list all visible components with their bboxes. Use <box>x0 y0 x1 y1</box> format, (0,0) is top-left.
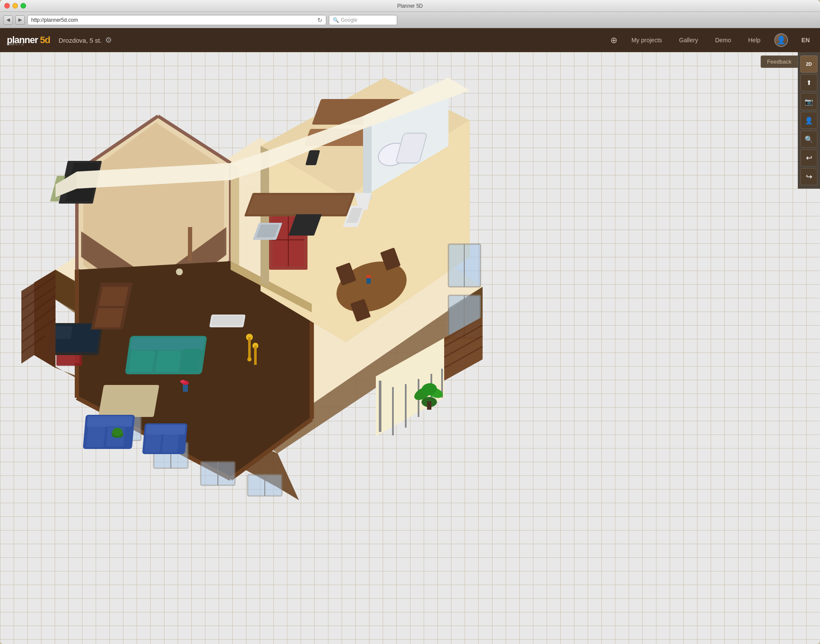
svg-rect-91 <box>144 434 161 452</box>
svg-point-94 <box>112 428 123 436</box>
forward-button[interactable]: ▶ <box>15 15 25 25</box>
gallery-link[interactable]: Gallery <box>676 35 701 45</box>
svg-rect-99 <box>366 277 371 284</box>
logo-5d: 5d <box>38 35 50 45</box>
svg-point-84 <box>180 380 185 383</box>
globe-icon[interactable]: ⊕ <box>610 35 618 45</box>
svg-rect-81 <box>98 385 159 417</box>
close-button[interactable] <box>4 3 10 9</box>
svg-rect-43 <box>427 401 431 410</box>
search-placeholder: Google <box>341 17 357 23</box>
my-projects-link[interactable]: My projects <box>628 35 665 45</box>
svg-rect-63 <box>188 227 192 261</box>
svg-rect-74 <box>155 351 182 372</box>
svg-rect-72 <box>130 337 205 350</box>
redo-icon: ↪ <box>806 172 812 181</box>
browser-window: Planner 5D ◀ ▶ http://planner5d.com ↻ 🔍 … <box>0 0 820 644</box>
svg-rect-77 <box>248 337 251 358</box>
svg-rect-69 <box>99 287 129 306</box>
floor-plan-render <box>21 73 491 500</box>
refresh-icon[interactable]: ↻ <box>317 17 322 23</box>
maximize-button[interactable] <box>20 3 26 9</box>
right-toolbar: 2D ⬆ 📷 👤 🔍 ↩ ↪ <box>798 52 820 189</box>
browser-toolbar: ◀ ▶ http://planner5d.com ↻ 🔍 Google <box>0 12 820 28</box>
browser-titlebar: Planner 5D <box>0 0 820 12</box>
app-header: planner 5d beta 0.7.2 Drozdova, 5 st. ⚙ … <box>0 28 820 52</box>
undo-button[interactable]: ↩ <box>800 149 817 166</box>
zoom-button[interactable]: 🔍 <box>800 131 817 148</box>
share-icon: ⬆ <box>806 79 812 87</box>
floor-plan-svg <box>21 73 491 500</box>
svg-rect-80 <box>254 346 257 365</box>
svg-rect-73 <box>129 351 155 372</box>
user-avatar[interactable]: 👤 <box>774 33 788 47</box>
search-icon: 🔍 <box>333 17 339 23</box>
demo-link[interactable]: Demo <box>712 35 734 45</box>
undo-icon: ↩ <box>806 153 812 163</box>
help-link[interactable]: Help <box>745 35 764 45</box>
svg-rect-92 <box>162 434 179 452</box>
search-bar[interactable]: 🔍 Google <box>329 15 397 25</box>
feedback-button[interactable]: Feedback <box>761 55 798 68</box>
svg-marker-32 <box>363 116 372 199</box>
svg-point-78 <box>247 357 252 361</box>
browser-title: Planner 5D <box>397 3 423 9</box>
svg-rect-111 <box>211 316 244 325</box>
svg-rect-67 <box>54 326 73 339</box>
person-view-button[interactable]: 👤 <box>800 112 817 129</box>
view-2d-button[interactable]: 2D <box>800 55 817 73</box>
person-icon: 👤 <box>805 117 813 125</box>
zoom-icon: 🔍 <box>805 135 813 143</box>
svg-point-112 <box>176 268 183 275</box>
back-button[interactable]: ◀ <box>3 15 13 25</box>
svg-rect-82 <box>183 384 188 392</box>
camera-button[interactable]: 📷 <box>800 93 817 110</box>
svg-rect-90 <box>146 425 186 434</box>
share-button[interactable]: ⬆ <box>800 74 817 91</box>
main-viewport: Feedback 2D ⬆ 📷 👤 🔍 <box>0 52 820 644</box>
browser-controls <box>4 3 26 9</box>
svg-point-100 <box>366 275 372 278</box>
svg-rect-87 <box>86 427 105 447</box>
project-name: Drozdova, 5 st. <box>59 37 102 44</box>
camera-icon: 📷 <box>805 98 813 106</box>
minimize-button[interactable] <box>12 3 18 9</box>
svg-rect-86 <box>87 416 132 427</box>
svg-rect-70 <box>94 308 124 327</box>
header-nav: ⊕ My projects Gallery Demo Help 👤 EN <box>610 33 813 47</box>
address-bar[interactable]: http://planner5d.com ↻ <box>27 15 326 25</box>
svg-rect-102 <box>247 195 352 214</box>
url-text: http://planner5d.com <box>31 17 78 23</box>
logo: planner 5d beta 0.7.2 <box>7 35 50 46</box>
redo-button[interactable]: ↪ <box>800 168 817 185</box>
settings-icon[interactable]: ⚙ <box>105 35 112 45</box>
logo-area: planner 5d beta 0.7.2 <box>7 35 50 46</box>
language-selector[interactable]: EN <box>798 35 813 45</box>
